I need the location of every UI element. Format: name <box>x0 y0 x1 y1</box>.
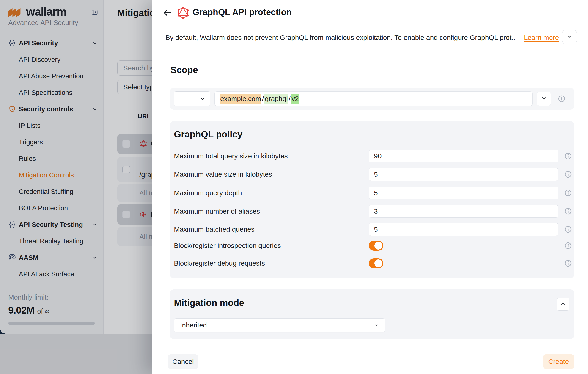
scope-url-segment: example.com <box>220 94 262 104</box>
chevron-down-icon <box>567 33 572 40</box>
info-icon[interactable] <box>564 242 572 249</box>
info-icon[interactable] <box>564 208 572 215</box>
mitigation-mode-collapse-button[interactable] <box>556 298 569 311</box>
cancel-button[interactable]: Cancel <box>168 354 198 369</box>
graphql-icon <box>178 7 189 19</box>
description-band: By default, Wallarm does not prevent Gra… <box>152 25 588 50</box>
policy-row-block-register-introspection-queries: Block/register introspection queries <box>170 240 574 251</box>
scope-url-segment: v2 <box>291 94 299 104</box>
toggle-knob <box>374 242 382 249</box>
policy-value-input[interactable] <box>369 168 558 181</box>
mitigation-mode-value: Inherited <box>180 321 207 329</box>
chevron-down-icon <box>541 95 547 102</box>
description-expand-button[interactable] <box>562 30 577 44</box>
policy-value-input[interactable] <box>369 187 558 199</box>
toggle-knob <box>374 260 382 267</box>
policy-row-label: Block/register introspection queries <box>174 242 281 249</box>
drawer-header: GraphQL API protection <box>152 0 588 25</box>
policy-row-label: Maximum query depth <box>174 189 242 197</box>
back-arrow-icon[interactable] <box>162 8 172 18</box>
create-button[interactable]: Create <box>543 354 574 369</box>
scope-url-input[interactable]: example.com/graphql/v2 <box>214 92 533 106</box>
policy-row-maximum-number-of-aliases: Maximum number of aliases <box>170 205 574 218</box>
mitigation-mode-select[interactable]: Inherited <box>174 318 385 332</box>
info-icon[interactable] <box>558 95 566 103</box>
policy-row-maximum-value-size-in-kilobytes: Maximum value size in kilobytes <box>170 168 574 181</box>
graphql-protection-drawer: GraphQL API protection By default, Walla… <box>152 0 588 374</box>
policy-row-maximum-query-depth: Maximum query depth <box>170 187 574 199</box>
policy-value-input[interactable] <box>369 205 558 218</box>
footer-divider <box>169 349 470 349</box>
scope-url-segment: graphql <box>264 94 288 104</box>
policy-toggle[interactable] <box>369 258 383 268</box>
drawer-title: GraphQL API protection <box>192 7 292 17</box>
scope-expand-button[interactable] <box>537 92 551 106</box>
scope-row: — example.com/graphql/v2 <box>170 88 574 110</box>
chevron-down-icon <box>374 322 379 328</box>
graphql-policy-heading: GraphQL policy <box>174 129 242 140</box>
chevron-up-icon <box>560 301 566 307</box>
policy-row-label: Maximum number of aliases <box>174 208 260 215</box>
policy-row-maximum-total-query-size-in-kilobytes: Maximum total query size in kilobytes <box>170 150 574 163</box>
app-root: wallarm Advanced API Security API Securi… <box>0 0 588 374</box>
description-text: By default, Wallarm does not prevent Gra… <box>166 34 516 42</box>
info-icon[interactable] <box>564 152 572 160</box>
scope-url-segment: / <box>288 94 291 104</box>
scope-heading: Scope <box>170 65 198 75</box>
info-icon[interactable] <box>564 170 572 178</box>
policy-row-label: Maximum total query size in kilobytes <box>174 152 288 160</box>
scope-application-value: — <box>179 94 187 103</box>
scope-url-segment: / <box>262 94 264 104</box>
policy-toggle[interactable] <box>369 241 383 251</box>
policy-value-input[interactable] <box>369 223 558 236</box>
info-icon[interactable] <box>564 189 572 197</box>
graphql-policy-section: GraphQL policy Maximum total query size … <box>170 121 574 278</box>
modal-overlay[interactable] <box>0 0 152 374</box>
policy-value-input[interactable] <box>369 150 558 163</box>
policy-row-maximum-batched-queries: Maximum batched queries <box>170 223 574 236</box>
scope-application-select[interactable]: — <box>174 92 210 106</box>
policy-row-block-register-debug-requests: Block/register debug requests <box>170 258 574 269</box>
info-icon[interactable] <box>564 260 572 267</box>
mitigation-mode-heading: Mitigation mode <box>174 298 244 308</box>
mitigation-mode-section: Mitigation mode Inherited <box>170 290 574 339</box>
policy-row-label: Maximum batched queries <box>174 226 255 233</box>
info-icon[interactable] <box>564 226 572 233</box>
learn-more-link[interactable]: Learn more <box>524 34 559 42</box>
policy-row-label: Maximum value size in kilobytes <box>174 170 272 178</box>
chevron-down-icon <box>200 96 206 102</box>
policy-row-label: Block/register debug requests <box>174 260 265 267</box>
